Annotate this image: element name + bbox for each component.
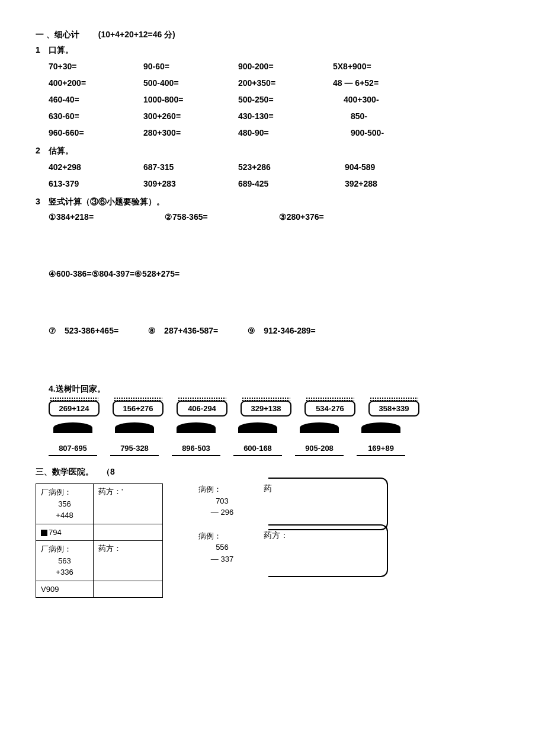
cell: 1000-800= (143, 95, 238, 104)
bracket-icon (268, 478, 388, 530)
cell: 500-400= (143, 78, 238, 88)
subsection-vertical: 3 竖式计算（③⑥小题要验算）。 ①384+218= ②758-365= ③28… (49, 197, 509, 337)
rx-area: 药方： (264, 530, 382, 541)
vprob: ⑧ 287+436-587= (148, 326, 218, 337)
cell: 430-130= (238, 111, 333, 121)
case-label: 厂病例： (41, 486, 88, 498)
cell: 960-660= (49, 128, 143, 137)
cell: 613-379 (49, 179, 143, 188)
estimation-grid: 402+298 687-315 523+286 904-589 613-379 … (49, 162, 509, 188)
leaves-bottom-row: 807-695 795-328 896-503 600-168 905-208 … (49, 427, 509, 456)
vprob: ③280+376= (279, 212, 324, 222)
square-icon (41, 530, 47, 536)
section-3-title: 三、数学医院。 （8 (36, 467, 509, 478)
section-1-heading: 一 、细心计 (36, 30, 79, 39)
leaf-item: 600-168 (233, 433, 282, 456)
leaf-item: 406-294 (177, 401, 227, 417)
cell: 480-90= (238, 128, 333, 137)
cell: 48 — 6+52= (333, 78, 428, 88)
cell: 900-200= (238, 62, 333, 71)
mental-math-grid: 70+30= 90-60= 900-200= 5X8+900= 400+200=… (49, 62, 509, 137)
cell: 90-60= (143, 62, 238, 71)
marker-1: 1 (36, 45, 40, 55)
leaf-item: 156+276 (113, 401, 164, 417)
case-line: — 296 (198, 507, 246, 518)
rx-cell-empty (94, 581, 163, 598)
cell: 5X8+900= (333, 62, 428, 71)
leaves-label: 4.送树叶回家。 (49, 384, 105, 393)
cell: 392+288 (345, 179, 428, 188)
subsection-mental-math: 1 口算。 70+30= 90-60= 900-200= 5X8+900= 40… (49, 45, 509, 137)
cell: 280+300= (143, 128, 238, 137)
case-cell: 病例： 703 — 296 (198, 483, 246, 518)
leaves-top-row: 269+124 156+276 406-294 329+138 534-276 … (49, 401, 509, 417)
cell: 460-40= (49, 95, 143, 104)
rx-area: 药 (264, 483, 382, 494)
case-line: 563 (41, 555, 88, 567)
hospital-left-table: 厂病例： 356 +448 药方：' ■794794 厂病例： 563 +336… (36, 483, 163, 598)
subsection-leaves: 4.送树叶回家。 269+124 156+276 406-294 329+138… (49, 384, 509, 456)
case-line: +448 (41, 510, 88, 521)
vprob: ⑦ 523-386+465= (49, 326, 118, 337)
vprob: ⑨ 912-346-289= (248, 326, 316, 337)
vertical-row-2: ④600-386=⑤804-397=⑥528+275= (49, 269, 509, 278)
leaf-item: 358+339 (368, 401, 419, 417)
cell: 523+286 (238, 162, 333, 172)
leaf-item: 269+124 (49, 401, 100, 417)
vertical-label: 竖式计算（③⑥小题要验算）。 (49, 197, 165, 206)
case-line: — 337 (198, 553, 246, 565)
vprob: ①384+218= (49, 212, 94, 222)
hospital-wrap: 厂病例： 356 +448 药方：' ■794794 厂病例： 563 +336… (36, 483, 509, 598)
leaf-item: 795-328 (110, 433, 159, 456)
case-line: 356 (41, 498, 88, 510)
cell: 850- (351, 111, 428, 121)
cell: 689-425 (238, 179, 333, 188)
case-line: 703 (198, 495, 246, 507)
vertical-row-3: ⑦ 523-386+465= ⑧ 287+436-587= ⑨ 912-346-… (49, 326, 509, 337)
cell: 904-589 (345, 162, 428, 172)
subsection-estimation: 2 估算。 402+298 687-315 523+286 904-589 61… (49, 146, 509, 188)
leaf-item: 807-695 (49, 433, 97, 456)
vertical-row-1: ①384+218= ②758-365= ③280+376= (49, 212, 509, 222)
rx-cell: 药方：' (94, 484, 163, 524)
cell: 500-250= (238, 95, 333, 104)
rx-cell: 药方： (94, 541, 163, 581)
case-line: +336 (41, 566, 88, 578)
case-cell: 厂病例： 356 +448 (36, 484, 94, 524)
case-result: V909 (36, 581, 94, 598)
cell: 400+200= (49, 78, 143, 88)
case-label: 厂病例： (41, 543, 88, 555)
estimation-label: 估算。 (49, 146, 73, 155)
cell: 687-315 (143, 162, 238, 172)
leaf-item: 329+138 (241, 401, 291, 417)
rx-cell-empty (94, 524, 163, 541)
case-cell: 病例： 556 — 337 (198, 530, 246, 565)
cell: 300+260= (143, 111, 238, 121)
case-label: 病例： (198, 530, 246, 542)
vprob: ②758-365= (165, 212, 208, 222)
cell: 630-60= (49, 111, 143, 121)
leaf-item: 169+89 (357, 433, 405, 456)
case-cell: 厂病例： 563 +336 (36, 541, 94, 581)
cell: 309+283 (143, 179, 238, 188)
cell: 200+350= (238, 78, 333, 88)
hospital-right: 病例： 703 — 296 药 病例： 556 — 337 药方： (198, 483, 382, 598)
section-1-title: 一 、细心计 (10+4+20+12=46 分) (36, 30, 509, 40)
marker-3: 3 (36, 197, 40, 206)
case-result: ■794794 (36, 524, 94, 541)
leaf-item: 905-208 (295, 433, 344, 456)
cell: 70+30= (49, 62, 143, 71)
mental-math-label: 口算。 (49, 45, 73, 55)
case-label: 病例： (198, 483, 246, 495)
cell: 400+300- (344, 95, 428, 104)
case-line: 556 (198, 542, 246, 553)
cell: 900-500- (351, 128, 428, 137)
leaf-item: 534-276 (304, 401, 355, 417)
leaf-item: 896-503 (172, 433, 220, 456)
cell: 402+298 (49, 162, 143, 172)
section-1-points: (10+4+20+12=46 分) (98, 30, 175, 39)
marker-2: 2 (36, 146, 40, 155)
bracket-icon (268, 524, 388, 577)
